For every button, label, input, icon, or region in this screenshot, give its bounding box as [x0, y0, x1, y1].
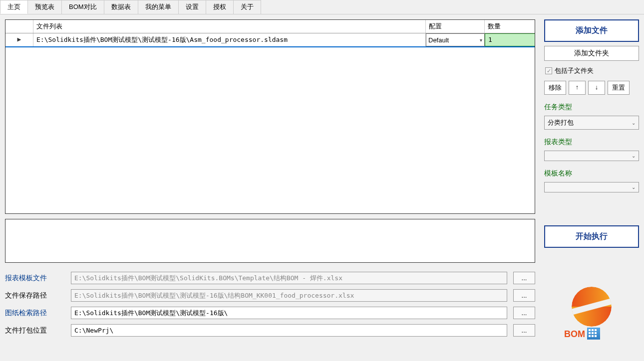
template-input	[71, 272, 507, 284]
chevron-down-icon: ⌄	[632, 153, 636, 159]
pack-input[interactable]	[71, 324, 507, 337]
save-browse-button[interactable]: ...	[513, 289, 535, 302]
col-indicator	[5, 20, 33, 33]
drawing-input[interactable]	[71, 307, 507, 319]
tab-main[interactable]: 主页	[0, 0, 28, 14]
template-browse-button[interactable]: ...	[513, 272, 535, 284]
row-indicator-icon: ▶	[5, 33, 33, 46]
logo: BOM	[544, 272, 639, 337]
row-config-select[interactable]: Default ▾	[426, 33, 485, 46]
save-input	[71, 289, 507, 302]
pack-label: 文件打包位置	[5, 326, 65, 335]
move-down-button[interactable]: ↓	[588, 81, 605, 95]
move-up-button[interactable]: ↑	[569, 81, 586, 95]
add-folder-button[interactable]: 添加文件夹	[544, 46, 639, 61]
file-table: 文件列表 配置 数量 ▶ E:\Solidkits插件\BOM测试模型\测试模型…	[5, 19, 535, 214]
logo-text: BOM	[564, 329, 585, 340]
tab-compare[interactable]: BOM对比	[61, 0, 104, 14]
start-button[interactable]: 开始执行	[544, 225, 639, 248]
checkbox-icon: ✓	[545, 67, 552, 74]
tab-mymenu[interactable]: 我的菜单	[138, 0, 179, 14]
task-type-label: 任务类型	[544, 103, 639, 112]
row-config-value: Default	[428, 36, 449, 44]
table-row[interactable]: ▶ E:\Solidkits插件\BOM测试模型\测试模型-16版\Asm_fo…	[5, 33, 535, 47]
reset-button[interactable]: 重置	[608, 81, 630, 95]
col-config: 配置	[426, 20, 485, 33]
task-type-select[interactable]: 分类打包 ⌄	[544, 116, 639, 130]
tab-preview[interactable]: 预览表	[27, 0, 62, 14]
col-qty: 数量	[485, 20, 535, 33]
tab-settings[interactable]: 设置	[178, 0, 206, 14]
remove-button[interactable]: 移除	[544, 81, 566, 95]
pack-browse-button[interactable]: ...	[513, 324, 535, 337]
tab-license[interactable]: 授权	[206, 0, 234, 14]
chevron-down-icon: ⌄	[632, 184, 636, 190]
include-subfolder-label: 包括子文件夹	[555, 66, 594, 75]
drawing-label: 图纸检索路径	[5, 309, 65, 318]
tab-bar: 主页 预览表 BOM对比 数据表 我的菜单 设置 授权 关于	[0, 0, 644, 14]
chevron-down-icon: ⌄	[632, 120, 636, 126]
save-label: 文件保存路径	[5, 291, 65, 300]
row-qty-input[interactable]: 1	[485, 33, 535, 46]
template-name-select[interactable]: ⌄	[544, 182, 639, 192]
col-file: 文件列表	[33, 20, 426, 33]
drawing-browse-button[interactable]: ...	[513, 307, 535, 319]
log-output	[5, 219, 535, 263]
task-type-value: 分类打包	[548, 118, 574, 127]
chevron-down-icon: ▾	[480, 37, 482, 43]
building-icon	[587, 328, 600, 340]
include-subfolder-checkbox[interactable]: ✓ 包括子文件夹	[544, 65, 639, 77]
template-name-label: 模板名称	[544, 169, 639, 178]
add-file-button[interactable]: 添加文件	[544, 19, 639, 42]
template-label: 报表模板文件	[5, 274, 65, 283]
row-file-path: E:\Solidkits插件\BOM测试模型\测试模型-16版\Asm_food…	[33, 33, 426, 46]
tab-datatable[interactable]: 数据表	[104, 0, 138, 14]
tab-about[interactable]: 关于	[233, 0, 261, 14]
report-type-label: 报表类型	[544, 138, 639, 147]
report-type-select[interactable]: ⌄	[544, 151, 639, 161]
